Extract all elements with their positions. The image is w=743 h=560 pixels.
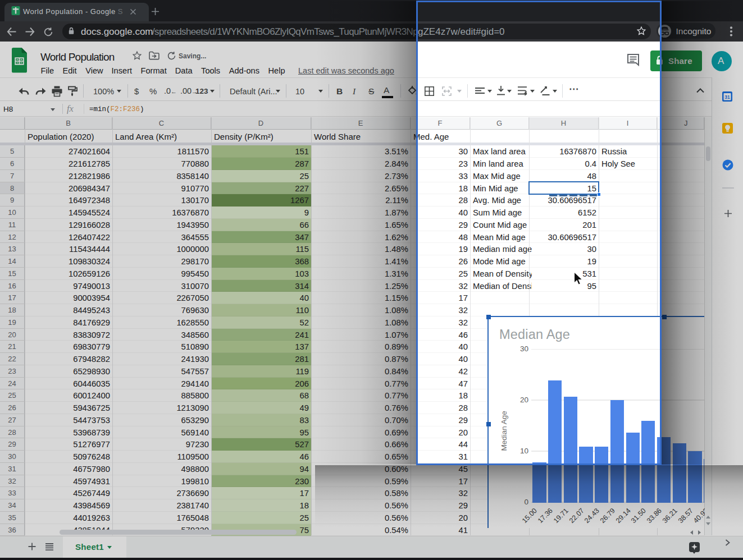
- svg-text:31: 31: [724, 94, 730, 100]
